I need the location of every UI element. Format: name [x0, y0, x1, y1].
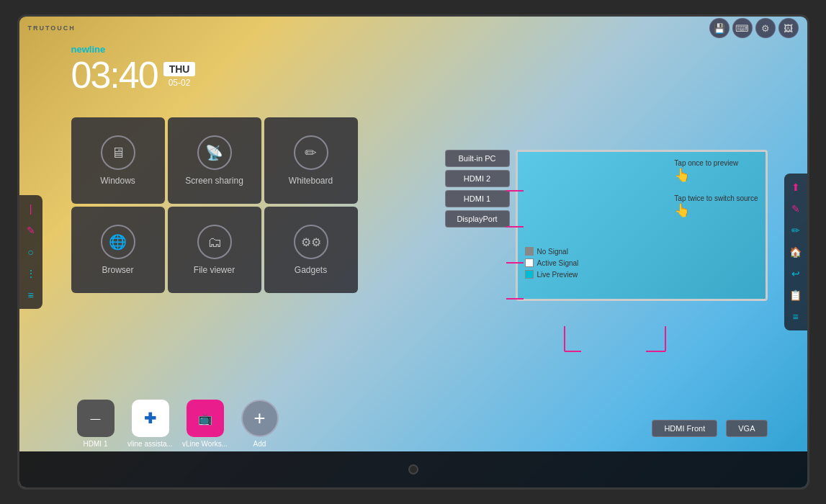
right-sidebar-icon-4[interactable]: 🏠: [787, 244, 804, 260]
right-sidebar-icon-3[interactable]: ✏: [789, 222, 802, 238]
preview-hints: Tap once to preview 👆 Tap twice to switc…: [674, 159, 758, 218]
file-viewer-label: File viewer: [194, 265, 235, 275]
hdmi1-dock-label: HDMI 1: [71, 440, 120, 448]
dock-item-add[interactable]: + Add: [235, 400, 284, 448]
hand-icon-2: 👆: [674, 203, 690, 217]
source-btn-builtin-pc[interactable]: Built-in PC: [445, 150, 510, 167]
hint-item-1: Tap once to preview 👆: [674, 159, 758, 183]
right-sidebar-icon-7[interactable]: ≡: [790, 309, 800, 325]
date-text: 05-02: [163, 78, 196, 88]
screen-sharing-label: Screen sharing: [185, 176, 243, 186]
windows-label: Windows: [100, 176, 135, 186]
browser-icon: 🌐: [101, 225, 135, 259]
source-btn-vga[interactable]: VGA: [726, 420, 767, 437]
app-tile-gadgets[interactable]: ⚙⚙ Gadgets: [264, 207, 358, 293]
clock-time: 03:40: [71, 56, 158, 94]
vline-workspace-label: vLine Works...: [181, 440, 230, 448]
hdmi1-dock-icon: —: [77, 400, 115, 437]
day-badge: THU: [163, 62, 196, 76]
hint-text-1: Tap once to preview: [674, 159, 738, 167]
vline-workspace-icon: 📺: [187, 400, 224, 437]
top-right-icons: 💾 ⌨ ⚙ 🖼: [709, 18, 799, 38]
source-btn-displayport[interactable]: DisplayPort: [445, 210, 510, 228]
preview-panel: Tap once to preview 👆 Tap twice to switc…: [516, 150, 768, 301]
screen-bezel: TRUTOUCH 💾 ⌨ ⚙ 🖼 newline 03:40 THU 05-02: [17, 14, 809, 490]
app-tile-screen-sharing[interactable]: 📡 Screen sharing: [168, 117, 261, 204]
windows-icon: 🖥: [101, 135, 135, 170]
camera-dot: [408, 464, 418, 474]
legend-box-no-signal: [525, 247, 534, 256]
legend-box-active-signal: [525, 258, 534, 267]
legend-item-live-preview: Live Preview: [525, 270, 579, 279]
add-icon: +: [241, 400, 279, 437]
hint-item-2: Tap twice to switch source 👆: [674, 194, 758, 218]
app-tile-whiteboard[interactable]: ✏ Whiteboard: [264, 117, 358, 204]
left-sidebar-icon-5[interactable]: ≡: [25, 287, 35, 303]
date-block: THU 05-02: [163, 62, 196, 88]
right-sidebar-icon-5[interactable]: ↩: [789, 266, 802, 282]
dock-item-vline-assistant[interactable]: ✚ vline assista...: [126, 400, 175, 448]
bottom-dock: — HDMI 1 ✚ vline assista... 📺 vLine Work…: [71, 400, 284, 448]
source-bottom-row: HDMI Front VGA: [652, 420, 767, 437]
gadgets-label: Gadgets: [295, 265, 327, 275]
screen-content: TRUTOUCH 💾 ⌨ ⚙ 🖼 newline 03:40 THU 05-02: [19, 17, 807, 487]
left-sidebar-icon-1[interactable]: |: [27, 201, 35, 217]
clock-area: newline 03:40 THU 05-02: [71, 44, 196, 94]
legend-label-active-signal: Active Signal: [537, 259, 579, 267]
left-sidebar-icon-3[interactable]: ○: [25, 244, 35, 260]
legend: No Signal Active Signal Live Preview: [525, 247, 579, 279]
brand-name: newline: [71, 44, 196, 55]
right-sidebar-icon-6[interactable]: 📋: [787, 287, 804, 303]
hint-text-2: Tap twice to switch source: [674, 194, 758, 202]
legend-label-no-signal: No Signal: [537, 248, 568, 256]
bottom-bar: [19, 451, 807, 487]
right-sidebar-icon-2[interactable]: ✎: [789, 201, 802, 217]
app-tile-file-viewer[interactable]: 🗂 File viewer: [168, 207, 261, 293]
top-bar: TRUTOUCH 💾 ⌨ ⚙ 🖼: [19, 17, 807, 40]
dock-item-hdmi1[interactable]: — HDMI 1: [71, 400, 120, 448]
source-panel: Built-in PC HDMI 2 HDMI 1 DisplayPort Ta…: [445, 150, 768, 301]
right-sidebar: ⬆ ✎ ✏ 🏠 ↩ 📋 ≡: [784, 174, 807, 330]
screen-sharing-icon: 📡: [197, 135, 232, 170]
app-grid: 🖥 Windows 📡 Screen sharing ✏ Whiteboard …: [71, 117, 358, 293]
left-sidebar-icon-4[interactable]: ⋮: [24, 266, 38, 282]
legend-item-no-signal: No Signal: [525, 247, 579, 256]
hand-icon-1: 👆: [674, 168, 690, 182]
source-btn-hdmi-front[interactable]: HDMI Front: [652, 420, 717, 437]
vline-assistant-label: vline assista...: [126, 440, 175, 448]
app-tile-windows[interactable]: 🖥 Windows: [71, 117, 165, 204]
legend-box-live-preview: [525, 270, 534, 279]
right-sidebar-icon-1[interactable]: ⬆: [789, 179, 802, 195]
whiteboard-icon: ✏: [294, 135, 328, 170]
dock-item-vline-workspace[interactable]: 📺 vLine Works...: [181, 400, 230, 448]
settings-icon-btn[interactable]: ⚙: [755, 18, 776, 38]
browser-label: Browser: [102, 265, 133, 275]
gadgets-icon: ⚙⚙: [294, 225, 328, 259]
vline-assistant-icon: ✚: [132, 400, 169, 437]
source-buttons: Built-in PC HDMI 2 HDMI 1 DisplayPort: [445, 150, 510, 228]
whiteboard-label: Whiteboard: [289, 176, 333, 186]
legend-item-active-signal: Active Signal: [525, 258, 579, 267]
source-btn-hdmi1[interactable]: HDMI 1: [445, 190, 510, 207]
keyboard-icon-btn[interactable]: ⌨: [732, 18, 753, 38]
file-viewer-icon: 🗂: [197, 225, 232, 259]
source-btn-hdmi2[interactable]: HDMI 2: [445, 170, 510, 187]
preview-inner: Tap once to preview 👆 Tap twice to switc…: [518, 152, 766, 299]
screenshot-icon-btn[interactable]: 🖼: [778, 18, 799, 38]
left-sidebar-icon-2[interactable]: ✎: [24, 222, 37, 238]
trutouch-label: TRUTOUCH: [28, 24, 76, 32]
app-tile-browser[interactable]: 🌐 Browser: [71, 207, 165, 293]
left-sidebar: | ✎ ○ ⋮ ≡: [19, 195, 42, 309]
storage-icon-btn[interactable]: 💾: [709, 18, 730, 38]
add-label: Add: [235, 440, 284, 448]
legend-label-live-preview: Live Preview: [537, 271, 578, 279]
